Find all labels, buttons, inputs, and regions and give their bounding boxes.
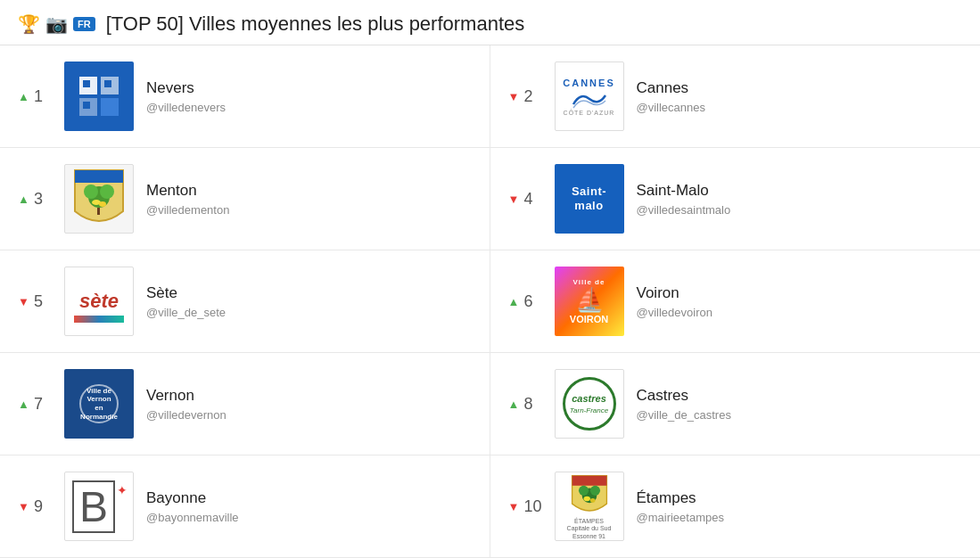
page-title: [TOP 50] Villes moyennes les plus perfor… [106,12,525,36]
city-name-cannes: Cannes [637,79,706,97]
info-voiron: Voiron @villedevoiron [637,284,712,319]
arrow-down-icon: ▼ [18,500,29,513]
rank-vernon: ▲ 7 [18,395,52,414]
saintmalo-text: Saint-malo [572,185,606,212]
page-header: 🏆 📷 FR [TOP 50] Villes moyennes les plus… [0,0,980,45]
city-name-menton: Menton [146,182,229,200]
arrow-down-icon: ▼ [18,295,29,308]
flag-badge: FR [73,17,95,31]
info-etampes: Étampes @mairieetampes [637,489,724,524]
city-name-nevers: Nevers [146,79,226,97]
info-sete: Sète @ville_de_sete [146,284,226,319]
city-name-bayonne: Bayonne [146,489,239,507]
entry-sete: ▼ 5 sète Sète @ville_de_sete [0,250,490,353]
svg-rect-14 [97,208,100,215]
svg-point-20 [589,498,595,503]
arrow-down-icon: ▼ [508,90,520,103]
rank-number: 5 [34,292,50,311]
city-handle-nevers: @villedenevers [146,101,226,114]
ranking-grid: ▲ 1 Nevers [0,45,980,558]
rank-cannes: ▼ 2 [508,87,542,106]
rank-number: 6 [523,292,539,311]
bayonne-star: ✦ [117,483,128,497]
etampes-crest-svg [567,472,612,518]
svg-point-11 [100,185,114,199]
svg-rect-7 [101,98,119,116]
svg-point-19 [583,496,589,502]
rank-etampes: ▼ 10 [508,497,542,516]
rank-number: 2 [523,87,539,106]
rank-number: 7 [34,395,50,414]
entry-bayonne: ▼ 9 B✦ Bayonne @bayonnemaville [0,455,490,558]
entry-etampes: ▼ 10 ÉTAMPESCapitale du Sud Essonne 91 [490,455,981,558]
city-handle-bayonne: @bayonnemaville [146,511,239,524]
voiron-top-text: Ville de [573,278,605,286]
city-handle-menton: @villedementon [146,203,229,217]
trophy-icon: 🏆 [18,13,40,35]
logo-saintmalo: Saint-malo [555,164,624,234]
city-name-castres: Castres [637,387,731,405]
page-container: 🏆 📷 FR [TOP 50] Villes moyennes les plus… [0,0,980,558]
entry-vernon: ▲ 7 Ville deVernonen Normandie Vernon @v… [0,353,490,455]
vernon-text: Ville deVernonen Normandie [80,387,118,421]
city-handle-sete: @ville_de_sete [146,306,226,319]
svg-rect-15 [572,476,606,486]
voiron-name-text: VOIRON [570,314,608,324]
arrow-up-icon: ▲ [508,398,520,411]
logo-cannes: CANNES CÔTE D'AZUR [555,62,624,131]
entry-saintmalo: ▼ 4 Saint-malo Saint-Malo @villedesaintm… [490,148,981,250]
svg-point-17 [578,486,588,496]
city-name-sete: Sète [146,284,226,302]
arrow-down-icon: ▼ [508,500,520,513]
rank-saintmalo: ▼ 4 [508,190,542,209]
rank-number: 10 [523,497,541,516]
rank-nevers: ▲ 1 [18,87,52,106]
info-bayonne: Bayonne @bayonnemaville [146,489,239,524]
city-handle-cannes: @villecannes [637,101,706,114]
logo-menton [64,164,134,234]
city-name-voiron: Voiron [637,284,712,302]
cannes-sub: CÔTE D'AZUR [564,110,615,116]
rank-number: 1 [34,87,50,106]
info-nevers: Nevers @villedenevers [146,79,226,114]
city-handle-vernon: @villedevernon [146,408,226,422]
svg-point-13 [99,201,106,207]
entry-menton: ▲ 3 [0,148,490,250]
cannes-text: CANNES [563,78,614,88]
cannes-wave-svg [572,88,607,110]
city-handle-etampes: @mairieetampes [637,511,724,524]
arrow-up-icon: ▲ [18,90,29,103]
rank-number: 9 [34,497,50,516]
camera-icon: 📷 [45,13,68,35]
info-menton: Menton @villedementon [146,182,229,217]
arrow-up-icon: ▲ [508,295,520,308]
city-handle-saintmalo: @villedesaintmalo [637,203,731,217]
arrow-up-icon: ▲ [18,193,29,206]
rank-number: 8 [523,395,539,414]
entry-nevers: ▲ 1 Nevers [0,45,490,148]
rank-voiron: ▲ 6 [508,292,542,311]
entry-voiron: ▲ 6 Ville de ⛵ VOIRON Voiron @villedevoi… [490,250,981,353]
rank-castres: ▲ 8 [508,395,542,414]
city-name-saintmalo: Saint-Malo [637,182,731,200]
logo-etampes: ÉTAMPESCapitale du Sud Essonne 91 [555,472,624,541]
info-saintmalo: Saint-Malo @villedesaintmalo [637,182,731,217]
svg-rect-6 [83,102,90,109]
logo-nevers [64,62,134,131]
sete-text: sète [79,290,119,313]
logo-bayonne: B✦ [64,472,134,541]
castres-text: castresTarn-France [570,393,608,415]
svg-rect-8 [75,170,123,183]
etampes-sub-text: ÉTAMPESCapitale du Sud Essonne 91 [556,518,623,540]
bayonne-letter: B [72,480,115,533]
menton-crest-svg [71,167,127,231]
logo-sete: sète [64,267,134,336]
arrow-up-icon: ▲ [18,398,29,411]
logo-voiron: Ville de ⛵ VOIRON [555,267,624,336]
rank-menton: ▲ 3 [18,190,52,209]
city-handle-voiron: @villedevoiron [637,306,712,319]
info-cannes: Cannes @villecannes [637,79,706,114]
city-name-vernon: Vernon [146,387,226,405]
entry-castres: ▲ 8 castresTarn-France Castres @ville_de… [490,353,981,455]
logo-vernon: Ville deVernonen Normandie [64,369,134,439]
